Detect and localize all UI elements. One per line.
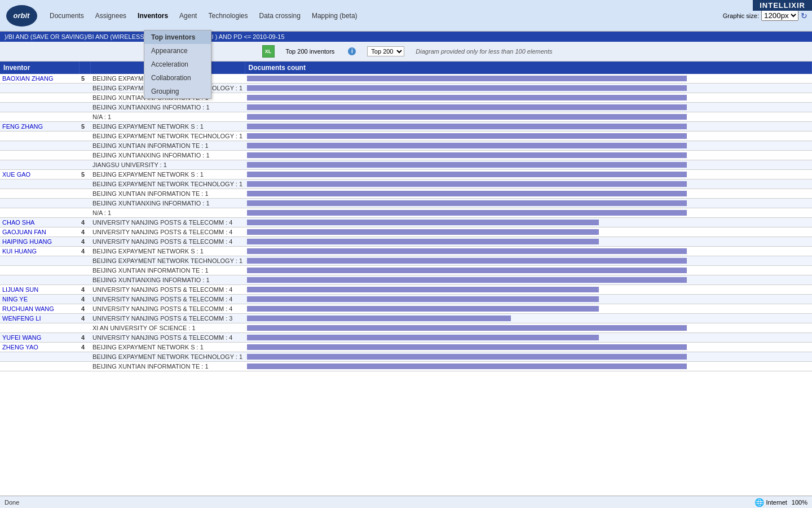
dropdown-grouping[interactable]: Grouping bbox=[144, 85, 211, 98]
inventor-name[interactable] bbox=[0, 84, 79, 93]
document-bar bbox=[245, 362, 811, 371]
inventor-name[interactable]: NING YE bbox=[0, 295, 79, 304]
inventor-name[interactable]: HAIPING HUANG bbox=[0, 237, 79, 247]
dropdown-top-inventors[interactable]: Top inventors bbox=[144, 30, 211, 44]
inventor-name[interactable] bbox=[0, 132, 79, 141]
inventor-name[interactable] bbox=[0, 266, 79, 275]
inventor-count bbox=[79, 266, 90, 275]
inventor-name[interactable] bbox=[0, 208, 79, 218]
document-bar bbox=[245, 93, 811, 103]
internet-label: Internet bbox=[766, 499, 787, 506]
inventor-count: 5 bbox=[79, 170, 90, 179]
inventor-name[interactable]: ZHENG YAO bbox=[0, 343, 79, 352]
inventor-name[interactable] bbox=[0, 275, 79, 285]
nav-mapping[interactable]: Mapping (beta) bbox=[306, 10, 363, 22]
col-inventor: Inventor bbox=[0, 62, 79, 74]
inventor-name[interactable]: XUE GAO bbox=[0, 170, 79, 179]
inventor-name[interactable] bbox=[0, 199, 79, 208]
document-bar bbox=[245, 237, 811, 247]
assignee-name: BEIJING XUNTIANXING INFORMATIO : 1 bbox=[90, 103, 245, 112]
document-bar bbox=[245, 132, 811, 141]
inventor-count: 4 bbox=[79, 247, 90, 256]
info-icon[interactable]: i bbox=[348, 47, 356, 55]
inventor-count: 5 bbox=[79, 74, 90, 84]
inventor-name[interactable]: RUCHUAN WANG bbox=[0, 304, 79, 314]
assignee-name: BEIJING XUNTIANXING INFORMATIO : 1 bbox=[90, 199, 245, 208]
inventor-name[interactable] bbox=[0, 151, 79, 160]
refresh-icon[interactable]: ↻ bbox=[801, 11, 807, 20]
col-documents: Documents count bbox=[245, 62, 811, 74]
nav-documents[interactable]: Documents bbox=[44, 10, 90, 22]
inventor-count bbox=[79, 160, 90, 170]
inventor-count bbox=[79, 256, 90, 266]
inventor-count: 4 bbox=[79, 227, 90, 237]
table-body: BAOXIAN ZHANG5BEIJING EXPAYMENT NETWORK … bbox=[0, 74, 812, 371]
document-bar bbox=[245, 122, 811, 132]
table-row: BEIJING EXPAYMENT NETWORK TECHNOLOGY : 1 bbox=[0, 84, 812, 93]
top-count-select[interactable]: Top 200 Top 50 Top 100 bbox=[367, 46, 404, 56]
inventor-count: 4 bbox=[79, 295, 90, 304]
table-row: HAIPING HUANG4UNIVERSITY NANJING POSTS &… bbox=[0, 237, 812, 247]
document-bar bbox=[245, 112, 811, 122]
inventor-name[interactable] bbox=[0, 93, 79, 103]
inventor-name[interactable]: WENFENG LI bbox=[0, 314, 79, 323]
inventors-table: Inventor Documents count BAOXIAN ZHANG5B… bbox=[0, 62, 812, 371]
inventor-name[interactable]: BAOXIAN ZHANG bbox=[0, 74, 79, 84]
inventor-name[interactable] bbox=[0, 323, 79, 333]
inventor-name[interactable] bbox=[0, 189, 79, 199]
dropdown-collaboration[interactable]: Collaboration bbox=[144, 71, 211, 85]
inventor-name[interactable] bbox=[0, 103, 79, 112]
inventor-name[interactable]: LIJUAN SUN bbox=[0, 285, 79, 295]
document-bar bbox=[245, 247, 811, 256]
inventor-name[interactable] bbox=[0, 362, 79, 371]
dropdown-appearance[interactable]: Appearance bbox=[144, 44, 211, 58]
inventor-name[interactable] bbox=[0, 112, 79, 122]
inventor-name[interactable] bbox=[0, 352, 79, 362]
table-row: JIANGSU UNIVERSITY : 1 bbox=[0, 160, 812, 170]
nav-inventors[interactable]: Inventors bbox=[132, 10, 174, 22]
table-row: N/A : 1 bbox=[0, 112, 812, 122]
inventor-count: 5 bbox=[79, 122, 90, 132]
document-bar bbox=[245, 275, 811, 285]
assignee-name: BEIJING EXPAYMENT NETWORK S : 1 bbox=[90, 343, 245, 352]
nav-data-crossing[interactable]: Data crossing bbox=[254, 10, 306, 22]
status-text: Done bbox=[5, 499, 19, 506]
inventor-count bbox=[79, 323, 90, 333]
inventor-count bbox=[79, 199, 90, 208]
inventor-name[interactable]: GAOJUAN FAN bbox=[0, 227, 79, 237]
document-bar bbox=[245, 218, 811, 227]
inventor-name[interactable]: YUFEI WANG bbox=[0, 333, 79, 343]
table-row: N/A : 1 bbox=[0, 208, 812, 218]
inventor-count bbox=[79, 151, 90, 160]
controls-row: XL Top 200 inventors i Top 200 Top 50 To… bbox=[0, 42, 812, 62]
inventor-name[interactable] bbox=[0, 179, 79, 189]
nav-agent[interactable]: Agent bbox=[174, 10, 202, 22]
assignee-name: UNIVERSITY NANJING POSTS & TELECOMM : 4 bbox=[90, 304, 245, 314]
inventor-count bbox=[79, 141, 90, 151]
inventor-count: 4 bbox=[79, 218, 90, 227]
document-bar bbox=[245, 103, 811, 112]
nav-technologies[interactable]: Technologies bbox=[202, 10, 253, 22]
diagram-note: Diagram provided only for less than 100 … bbox=[416, 48, 552, 55]
document-bar bbox=[245, 256, 811, 266]
inventor-count bbox=[79, 132, 90, 141]
document-bar bbox=[245, 84, 811, 93]
table-row: NING YE4UNIVERSITY NANJING POSTS & TELEC… bbox=[0, 295, 812, 304]
excel-export[interactable]: XL bbox=[262, 45, 275, 58]
inventor-name[interactable]: KUI HUANG bbox=[0, 247, 79, 256]
document-bar bbox=[245, 266, 811, 275]
document-bar bbox=[245, 208, 811, 218]
table-row: YUFEI WANG4UNIVERSITY NANJING POSTS & TE… bbox=[0, 333, 812, 343]
inventor-name[interactable] bbox=[0, 160, 79, 170]
dropdown-acceleration[interactable]: Acceleration bbox=[144, 58, 211, 71]
inventor-name[interactable]: FENG ZHANG bbox=[0, 122, 79, 132]
nav-assignees[interactable]: Assignees bbox=[90, 10, 132, 22]
document-bar bbox=[245, 189, 811, 199]
inventor-name[interactable]: CHAO SHA bbox=[0, 218, 79, 227]
assignee-name: BEIJING XUNTIANXING INFORMATIO : 1 bbox=[90, 151, 245, 160]
inventor-name[interactable] bbox=[0, 256, 79, 266]
table-row: BAOXIAN ZHANG5BEIJING EXPAYMENT NETWORK … bbox=[0, 74, 812, 84]
inventor-name[interactable] bbox=[0, 141, 79, 151]
graphic-size-select[interactable]: 1200px 800px 1600px bbox=[761, 10, 798, 21]
table-row: BEIJING XUNTIANXING INFORMATIO : 1 bbox=[0, 151, 812, 160]
